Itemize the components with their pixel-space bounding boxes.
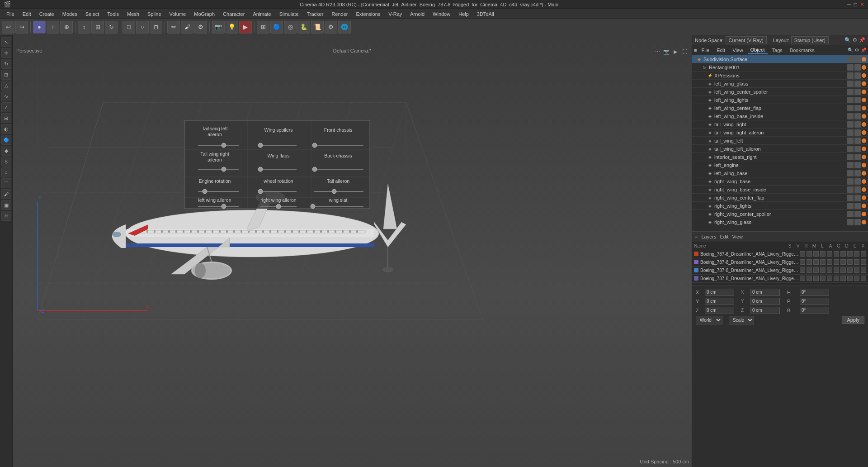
minimize-button[interactable]: ─ — [847, 1, 851, 8]
vp-icon-camera[interactable]: 📷 — [663, 48, 670, 55]
tree-check1[interactable] — [847, 129, 854, 136]
layer-icon-3[interactable] — [820, 267, 826, 273]
layer-icon-9[interactable] — [861, 267, 866, 273]
layer-icon-8[interactable] — [854, 276, 859, 281]
menu-item-animate[interactable]: Animate — [249, 10, 274, 18]
tree-check1[interactable] — [847, 186, 854, 193]
tree-item[interactable]: ◈left_engine — [692, 161, 868, 169]
tree-check2[interactable] — [854, 113, 861, 119]
menu-item-volume[interactable]: Volume — [166, 10, 190, 18]
menu-item-dtoall[interactable]: 3DToAll — [473, 10, 498, 18]
coord-z-pos[interactable] — [705, 307, 734, 314]
undo-button[interactable]: ↩ — [2, 21, 14, 33]
layer-icon-0[interactable] — [800, 267, 805, 273]
menu-item-modes[interactable]: Modes — [59, 10, 81, 18]
menu-item-select[interactable]: Select — [82, 10, 103, 18]
left-icon-material[interactable]: ◐ — [1, 124, 11, 134]
coord-y-rot[interactable] — [750, 298, 780, 305]
left-icon-move[interactable]: ✛ — [1, 48, 11, 58]
layer-icon-2[interactable] — [813, 259, 819, 265]
tree-item[interactable]: ◈left_wing_base — [692, 169, 868, 177]
layer-icon-7[interactable] — [847, 259, 853, 265]
script-button[interactable]: 📜 — [311, 21, 324, 33]
model-mode-button[interactable]: ● — [33, 21, 46, 33]
menu-item-window[interactable]: Window — [429, 10, 454, 18]
layer-row[interactable]: Boeing_787-8_Dreamliner_ANA_Livery_Rigge… — [692, 267, 868, 275]
tab-object[interactable]: Object — [748, 46, 768, 54]
tree-check2[interactable] — [854, 72, 861, 79]
menu-item-render[interactable]: Render — [328, 10, 351, 18]
xray-button[interactable]: ◎ — [284, 21, 297, 33]
grid-button[interactable]: ⊞ — [257, 21, 269, 33]
tree-check2[interactable] — [854, 203, 861, 209]
cube-button[interactable]: □ — [123, 21, 135, 33]
menu-item-mesh[interactable]: Mesh — [123, 10, 143, 18]
vp-icon-dots[interactable]: ⋯ — [654, 48, 661, 55]
layer-icon-0[interactable] — [800, 259, 805, 265]
tree-check1[interactable] — [847, 178, 854, 185]
scale-select[interactable]: Scale — [729, 316, 754, 324]
layer-icon-0[interactable] — [800, 251, 805, 257]
tree-check2[interactable] — [854, 195, 861, 201]
render-button[interactable]: ▶ — [239, 21, 252, 33]
tree-item[interactable]: ◈tail_wing_left — [692, 137, 868, 145]
scale-tool-button[interactable]: ⊞ — [91, 21, 104, 33]
left-icon-scale[interactable]: ⊞ — [1, 70, 11, 80]
paint-button[interactable]: 🖌 — [181, 21, 193, 33]
layers-menu-icon[interactable]: ≡ — [695, 234, 698, 239]
pen-tool-button[interactable]: ✏ — [167, 21, 180, 33]
panel-menu-icon[interactable]: ≡ — [694, 48, 697, 53]
layer-icon-4[interactable] — [827, 276, 832, 281]
tree-item[interactable]: ◈left_wing_center_spoiler — [692, 88, 868, 96]
menu-item-create[interactable]: Create — [36, 10, 58, 18]
tree-check1[interactable] — [847, 138, 854, 144]
layer-icon-5[interactable] — [834, 267, 839, 273]
left-icon-matrix[interactable]: ⊞ — [1, 113, 11, 123]
panel-icon3[interactable]: 📌 — [861, 48, 866, 52]
menu-item-help[interactable]: Help — [455, 10, 472, 18]
layer-icon-9[interactable] — [861, 276, 866, 281]
layer-icon-7[interactable] — [847, 251, 853, 257]
layer-icon-8[interactable] — [854, 267, 859, 273]
tree-check2[interactable] — [854, 81, 861, 87]
tree-check1[interactable] — [847, 97, 854, 103]
menu-item-edit[interactable]: Edit — [19, 10, 35, 18]
tab-view[interactable]: View — [730, 47, 746, 54]
tree-check2[interactable] — [854, 129, 861, 136]
tab-edit[interactable]: Edit — [714, 47, 728, 54]
tree-item[interactable]: ◈tail_wing_right_aileron — [692, 129, 868, 137]
layer-icon-7[interactable] — [847, 276, 853, 281]
left-icon-brush[interactable]: 🖌 — [1, 189, 11, 199]
plugin-button[interactable]: ⚙ — [325, 21, 337, 33]
layer-icon-4[interactable] — [827, 267, 832, 273]
sphere-button[interactable]: ○ — [136, 21, 149, 33]
tree-item[interactable]: ▷Rectangle001 — [692, 63, 868, 71]
layer-icon-5[interactable] — [834, 276, 839, 281]
left-icon-check[interactable]: ✓ — [1, 102, 11, 112]
redo-button[interactable]: ↪ — [15, 21, 28, 33]
layer-icon-1[interactable] — [807, 267, 812, 273]
tree-check2[interactable] — [854, 186, 861, 193]
left-icon-dollar[interactable]: $ — [1, 157, 11, 167]
left-icon-curve[interactable]: ⌒ — [1, 178, 11, 188]
light-button[interactable]: 💡 — [226, 21, 238, 33]
world-select[interactable]: World Object — [696, 316, 722, 324]
tree-check1[interactable] — [847, 89, 854, 95]
left-icon-poly[interactable]: △ — [1, 81, 11, 91]
menu-item-mograph[interactable]: MoGraph — [190, 10, 218, 18]
coord-p-val[interactable] — [800, 298, 829, 305]
menu-item-spline[interactable]: Spline — [144, 10, 165, 18]
tree-check2[interactable] — [854, 89, 861, 95]
layer-icon-9[interactable] — [861, 251, 866, 257]
coord-y-pos[interactable] — [705, 298, 734, 305]
tree-check1[interactable] — [847, 154, 854, 160]
layer-icon-5[interactable] — [834, 251, 839, 257]
left-icon-select[interactable]: ↖ — [1, 37, 11, 47]
layer-icon-8[interactable] — [854, 259, 859, 265]
tree-item[interactable]: ◈tail_wing_left_aileron — [692, 145, 868, 153]
tree-item[interactable]: ◈right_wing_glass — [692, 218, 868, 226]
menu-item-tracker[interactable]: Tracker — [303, 10, 327, 18]
tree-check1[interactable] — [847, 170, 854, 176]
tree-check2[interactable] — [854, 64, 861, 71]
layers-view-menu[interactable]: View — [732, 234, 743, 239]
